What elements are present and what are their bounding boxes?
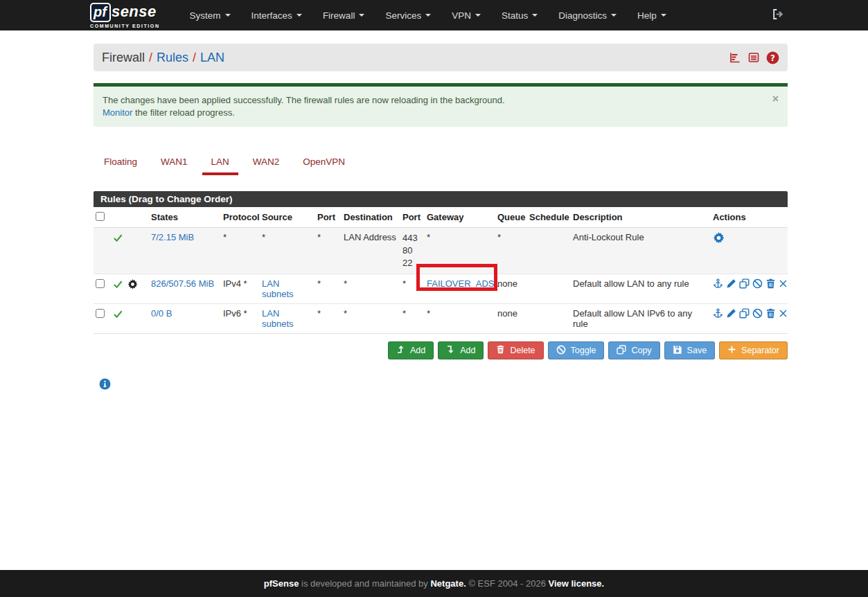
rule-row-antilockout[interactable]: 7/2.15 MiB * * * LAN Address 443 80 22 *… [94,228,788,274]
states-link[interactable]: 826/507.56 MiB [151,278,214,289]
caret-down-icon [225,14,231,17]
source-port-cell: * [315,274,342,304]
tab-floating[interactable]: Floating [95,150,146,175]
menu-diagnostics[interactable]: Diagnostics [548,0,627,30]
protocol-cell: * [221,228,260,274]
footer-text1: is developed and maintained by [299,578,430,589]
menu-services[interactable]: Services [375,0,441,30]
success-alert: The changes have been applied successful… [94,83,788,127]
breadcrumb-separator: / [145,51,157,64]
pfsense-logo[interactable]: pfsense COMMUNITY EDITION [90,3,160,28]
breadcrumb-rules-link[interactable]: Rules [157,51,188,64]
menu-vpn[interactable]: VPN [441,0,491,30]
tab-openvpn[interactable]: OpenVPN [294,150,354,175]
close-x-icon[interactable] [779,279,788,288]
caret-down-icon [661,14,666,17]
main-menu: System Interfaces Firewall Services VPN … [179,0,677,30]
alert-close-icon[interactable]: × [772,93,779,105]
footer-netgate: Netgate. [430,578,466,589]
protocol-cell: IPv6 * [221,304,260,334]
anchor-icon[interactable] [713,278,723,289]
col-port1: Port [315,207,342,228]
menu-interfaces[interactable]: Interfaces [241,0,312,30]
rule-enabled-check-icon [112,309,123,321]
monitor-link[interactable]: Monitor [103,107,132,118]
queue-cell: * [495,228,527,274]
gateway-failover-link[interactable]: FAILOVER_ADSL [427,278,499,289]
view-license-link[interactable]: View license. [548,578,604,589]
breadcrumb-lan-link[interactable]: LAN [200,51,224,64]
caret-down-icon [475,14,481,17]
delete-trash-icon[interactable] [765,308,776,319]
row-checkbox[interactable] [96,279,105,288]
queue-cell: none [495,304,527,334]
add-rule-top-button[interactable]: Add [388,341,434,359]
col-port2: Port [400,207,425,228]
tab-wan2[interactable]: WAN2 [244,150,289,175]
rule-row-ipv6-default[interactable]: 0/0 B IPv6 * LAN subnets * * * * none De… [94,304,788,334]
delete-trash-icon[interactable] [765,278,776,289]
log-list-icon[interactable] [747,52,760,63]
source-link[interactable]: LAN subnets [262,278,294,299]
add-bottom-label: Add [460,346,475,355]
menu-system[interactable]: System [179,0,241,30]
copy-icon [617,345,626,357]
save-button[interactable]: Save [664,341,716,359]
col-schedule: Schedule [527,207,571,228]
col-source: Source [260,207,315,228]
status-chart-icon[interactable] [729,52,741,63]
menu-help[interactable]: Help [627,0,677,30]
settings-gear-icon[interactable] [713,232,725,244]
source-cell: * [260,228,315,274]
copy-icon[interactable] [739,308,750,319]
save-icon [673,345,682,357]
separator-button[interactable]: Separator [719,341,788,359]
toggle-ban-icon[interactable] [752,278,763,289]
logout-button[interactable] [771,8,784,24]
rule-enabled-check-icon [112,233,123,245]
copy-button[interactable]: Copy [608,341,659,359]
select-all-checkbox[interactable] [96,212,105,221]
help-icon[interactable]: ? [766,51,779,64]
edit-icon[interactable] [726,278,736,289]
caret-down-icon [611,14,617,17]
edit-icon[interactable] [726,308,736,319]
schedule-cell [527,274,571,304]
col-protocol: Protocol [221,207,260,228]
source-port-cell: * [315,304,342,334]
add-rule-bottom-button[interactable]: Add [438,341,484,359]
toggle-ban-icon[interactable] [752,308,763,319]
svg-text:?: ? [770,53,775,62]
footer-brand: pfSense [264,578,299,589]
legend-info-icon[interactable] [99,378,111,390]
destination-port-cell: * [400,274,425,304]
logo-sense-text: sense [112,3,157,21]
menu-firewall-label: Firewall [323,10,355,21]
copy-icon[interactable] [739,278,750,289]
description-cell: Default allow LAN IPv6 to any rule [571,304,711,334]
logo-pf-box: pf [90,3,111,22]
copy-label: Copy [631,346,651,355]
rules-panel: Rules (Drag to Change Order) States Prot… [94,191,788,334]
states-link[interactable]: 7/2.15 MiB [151,232,194,242]
row-checkbox[interactable] [96,309,105,318]
menu-status[interactable]: Status [491,0,548,30]
delete-button[interactable]: Delete [488,341,543,359]
anchor-icon[interactable] [713,308,723,319]
breadcrumb: Firewall/Rules/LAN [102,51,224,65]
add-top-label: Add [410,346,425,355]
col-destination: Destination [342,207,400,228]
menu-interfaces-label: Interfaces [251,10,292,21]
source-link[interactable]: LAN subnets [262,308,294,329]
menu-firewall[interactable]: Firewall [312,0,375,30]
tab-wan1[interactable]: WAN1 [152,150,197,175]
caret-down-icon [425,14,431,17]
states-link[interactable]: 0/0 B [151,308,172,319]
col-gateway: Gateway [425,207,495,228]
toggle-button[interactable]: Toggle [548,341,605,359]
caret-down-icon [296,14,302,17]
tab-lan[interactable]: LAN [202,150,238,175]
close-x-icon[interactable] [779,309,788,318]
rule-row-ipv4-default[interactable]: 826/507.56 MiB IPv4 * LAN subnets * * * … [94,274,788,304]
delete-label: Delete [510,346,535,355]
